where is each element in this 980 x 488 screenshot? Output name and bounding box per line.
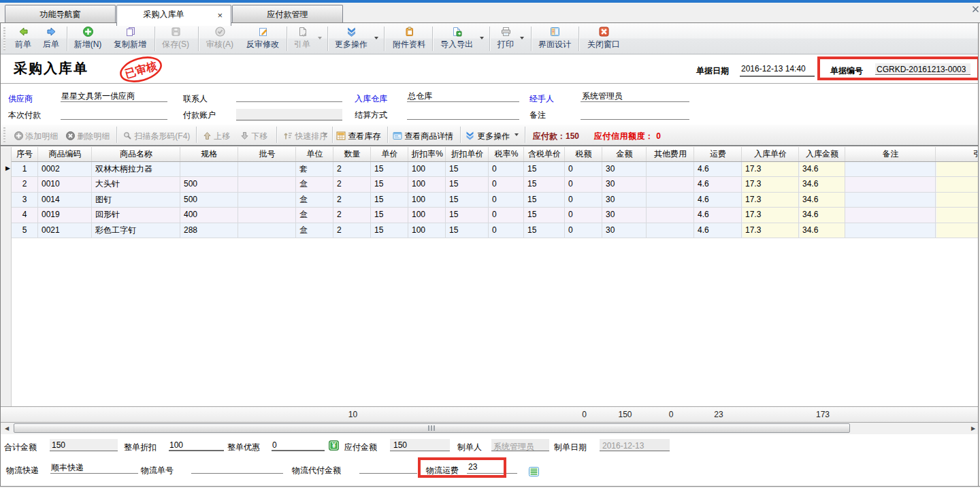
svg-text:¥: ¥ [332, 442, 336, 449]
